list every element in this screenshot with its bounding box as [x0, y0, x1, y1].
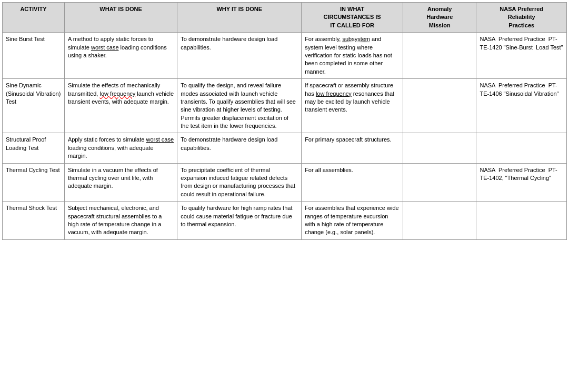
- cell-activity-2: Sine Dynamic (Sinusoidal Vibration) Test: [3, 79, 65, 133]
- cell-nasa-3: [476, 133, 567, 163]
- underline-low-freq-what: low frequency: [99, 91, 135, 97]
- cell-circumstances-4: For all assemblies.: [302, 163, 403, 202]
- underline-worst-case-3: worst case: [146, 136, 174, 143]
- main-container: ACTIVITY WHAT IS DONE WHY IT IS DONE IN …: [0, 0, 569, 242]
- cell-why-2: To qualify the design, and reveal failur…: [177, 79, 302, 133]
- table-row: Thermal Cycling Test Simulate in a vacuu…: [3, 163, 567, 202]
- header-circumstances-text: IN WHATCIRCUMSTANCES ISIT CALLED FOR: [324, 6, 381, 28]
- cell-activity-4: Thermal Cycling Test: [3, 163, 65, 202]
- underline-low-freq-circ: low frequency: [316, 91, 352, 97]
- cell-circumstances-1: For assembly, subsystem and system level…: [302, 33, 403, 79]
- cell-anomaly-4: [403, 163, 476, 202]
- cell-why-5: To qualify hardware for high ramp rates …: [177, 202, 302, 240]
- cell-nasa-2: NASA Preferred Practice PT-TE-1406 "Sinu…: [476, 79, 567, 133]
- cell-activity-5: Thermal Shock Test: [3, 202, 65, 240]
- cell-nasa-5: [476, 202, 567, 240]
- cell-anomaly-1: [403, 33, 476, 79]
- cell-why-3: To demonstrate hardware design load capa…: [177, 133, 302, 163]
- header-anomaly: AnomalyHardwareMission: [403, 3, 476, 33]
- cell-nasa-4: NASA Preferred Practice PT-TE-1402, "The…: [476, 163, 567, 202]
- cell-anomaly-3: [403, 133, 476, 163]
- underline-subsystem: subsystem: [342, 36, 370, 42]
- cell-circumstances-5: For assemblies that experience wide rang…: [302, 202, 403, 240]
- cell-why-1: To demonstrate hardware design load capa…: [177, 33, 302, 79]
- table-row: Sine Burst Test A method to apply static…: [3, 33, 567, 79]
- cell-anomaly-2: [403, 79, 476, 133]
- main-table: ACTIVITY WHAT IS DONE WHY IT IS DONE IN …: [2, 2, 567, 240]
- table-row: Thermal Shock Test Subject mechanical, e…: [3, 202, 567, 240]
- cell-activity-1: Sine Burst Test: [3, 33, 65, 79]
- header-row: ACTIVITY WHAT IS DONE WHY IT IS DONE IN …: [3, 3, 567, 33]
- header-what: WHAT IS DONE: [64, 3, 177, 33]
- cell-what-5: Subject mechanical, electronic, and spac…: [64, 202, 177, 240]
- header-nasa: NASA PreferredReliabilityPractices: [476, 3, 567, 33]
- cell-what-3: Apply static forces to simulate worst ca…: [64, 133, 177, 163]
- cell-what-4: Simulate in a vacuum the effects of ther…: [64, 163, 177, 202]
- table-row: Sine Dynamic (Sinusoidal Vibration) Test…: [3, 79, 567, 133]
- cell-why-4: To precipitate coefficient of thermal ex…: [177, 163, 302, 202]
- header-circumstances: IN WHATCIRCUMSTANCES ISIT CALLED FOR: [302, 3, 403, 33]
- cell-activity-3: Structural Proof Loading Test: [3, 133, 65, 163]
- header-anomaly-text: AnomalyHardwareMission: [426, 6, 453, 28]
- cell-circumstances-3: For primary spacecraft structures.: [302, 133, 403, 163]
- header-nasa-text: NASA PreferredReliabilityPractices: [500, 6, 543, 28]
- cell-what-2: Simulate the effects of mechanically tra…: [64, 79, 177, 133]
- cell-circumstances-2: If spacecraft or assembly structure has …: [302, 79, 403, 133]
- cell-nasa-1: NASA Preferred Practice PT-TE-1420 "Sine…: [476, 33, 567, 79]
- cell-what-1: A method to apply static forces to simul…: [64, 33, 177, 79]
- underline-worst-case-1: worst case: [91, 44, 119, 51]
- table-row: Structural Proof Loading Test Apply stat…: [3, 133, 567, 163]
- header-why: WHY IT IS DONE: [177, 3, 302, 33]
- cell-anomaly-5: [403, 202, 476, 240]
- header-activity: ACTIVITY: [3, 3, 65, 33]
